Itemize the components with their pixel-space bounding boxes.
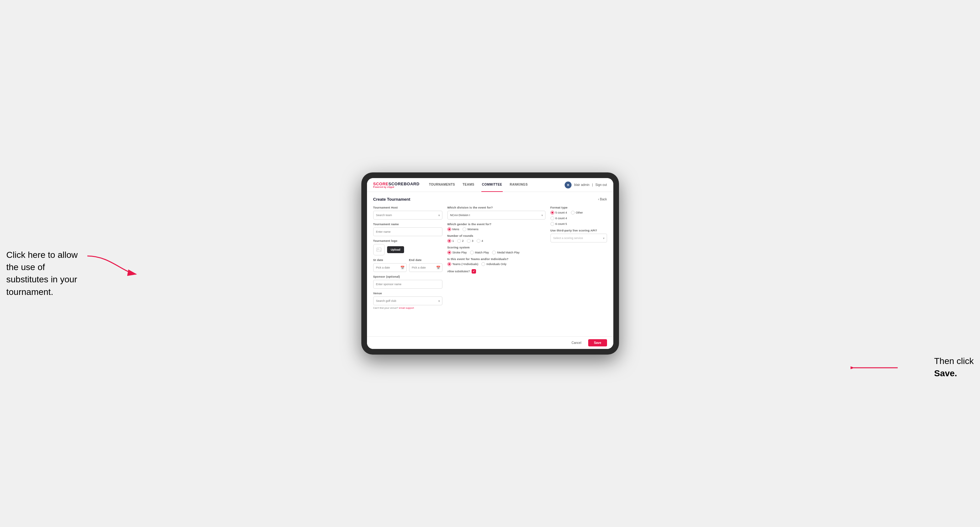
teams-group: Is this event for Teams and/or Individua… <box>447 257 546 266</box>
division-select-wrapper: NCAA Division I <box>447 211 546 219</box>
annotation-left: Click here to allow the use of substitut… <box>6 249 82 298</box>
venue-input-wrapper: ▾ <box>373 297 442 305</box>
rounds-1[interactable]: 1 <box>447 239 454 243</box>
sign-out-link[interactable]: Sign out <box>595 183 607 187</box>
radio-round-4 <box>477 239 480 243</box>
gender-mens[interactable]: Mens <box>447 227 459 231</box>
page-header: Create Tournament ‹ Back <box>373 197 607 202</box>
tournament-logo-group: Tournament logo Upload <box>373 239 442 256</box>
end-date-input-wrapper: 📅 <box>409 263 442 272</box>
format-5count4[interactable]: 5 count 4 <box>550 211 567 214</box>
end-date-label: End date <box>409 259 442 262</box>
venue-label: Venue <box>373 292 442 295</box>
radio-6count5 <box>550 222 554 226</box>
division-select[interactable]: NCAA Division I <box>447 211 546 219</box>
rounds-2[interactable]: 2 <box>457 239 464 243</box>
rounds-3[interactable]: 3 <box>467 239 474 243</box>
nav-item-committee[interactable]: COMMITTEE <box>481 178 503 192</box>
venue-input[interactable] <box>373 297 442 305</box>
check-icon: ✓ <box>473 270 475 273</box>
tournament-host-input-wrapper: ▾ <box>373 211 442 219</box>
scoring-group: Scoring system Stroke Play Match Play <box>447 246 546 254</box>
division-group: Which division is the event for? NCAA Di… <box>447 206 546 219</box>
radio-5count4 <box>550 211 554 214</box>
nav-item-tournaments[interactable]: TOURNAMENTS <box>428 178 456 192</box>
format-other[interactable]: Other <box>571 211 583 214</box>
svg-rect-2 <box>377 248 381 252</box>
logo-scoreboard: SCORESCOREBOARD <box>373 182 420 186</box>
venue-group: Venue ▾ Can't find your venue? email sup… <box>373 292 442 310</box>
tournament-host-group: Tournament Host ▾ <box>373 206 442 219</box>
col-middle: Which division is the event for? NCAA Di… <box>447 206 546 313</box>
nav-item-rankings[interactable]: RANKINGS <box>509 178 528 192</box>
sponsor-label: Sponsor (optional) <box>373 275 442 278</box>
gender-label: Which gender is the event for? <box>447 223 546 226</box>
radio-womens <box>463 227 466 231</box>
tournament-name-label: Tournament name <box>373 223 442 226</box>
save-button[interactable]: Save <box>588 339 607 346</box>
format-6count5[interactable]: 6 count 5 <box>550 222 607 226</box>
teams-plus-individuals[interactable]: Teams (+Individuals) <box>447 262 479 266</box>
venue-help: Can't find your venue? email support <box>373 306 442 310</box>
tablet-frame: SCORESCOREBOARD Powered by clippd TOURNA… <box>361 172 619 355</box>
email-support-link[interactable]: email support <box>399 306 414 310</box>
gender-group: Which gender is the event for? Mens Wome… <box>447 223 546 231</box>
radio-individuals <box>481 262 485 266</box>
radio-match <box>470 251 474 254</box>
format-type-label: Format type <box>550 206 607 209</box>
rounds-group: Number of rounds 1 2 <box>447 234 546 243</box>
start-date-label: St date <box>373 259 407 262</box>
nav-item-teams[interactable]: TEAMS <box>462 178 475 192</box>
radio-other <box>571 211 575 214</box>
scoring-service-select[interactable]: Select a scoring service <box>550 234 607 243</box>
end-date-group: End date 📅 <box>409 259 442 272</box>
form-grid: Tournament Host ▾ Tournament name Tourna… <box>373 206 607 313</box>
scoring-service-wrapper: Select a scoring service <box>550 234 607 243</box>
venue-dropdown-icon: ▾ <box>438 299 440 303</box>
rounds-label: Number of rounds <box>447 234 546 237</box>
scoring-options: Stroke Play Match Play Medal Match Play <box>447 251 546 254</box>
col-right: Format type 5 count 4 Other <box>550 206 607 313</box>
teams-options: Teams (+Individuals) Individuals Only <box>447 262 546 266</box>
user-name: blair admin <box>574 183 589 187</box>
sponsor-input[interactable] <box>373 280 442 289</box>
format-options: 5 count 4 Other 6 count 4 <box>550 211 607 226</box>
format-row-2: 6 count 4 <box>550 216 607 220</box>
tournament-name-group: Tournament name <box>373 223 442 236</box>
radio-round-3 <box>467 239 471 243</box>
tournament-host-input[interactable] <box>373 211 442 219</box>
scoring-api-label: Use third-party live scoring API? <box>550 229 607 232</box>
gender-options: Mens Womens <box>447 227 546 231</box>
scoring-match[interactable]: Match Play <box>470 251 489 254</box>
radio-6count4 <box>550 216 554 220</box>
substitutes-checkbox-label[interactable]: Allow substitutes? ✓ <box>447 269 546 273</box>
date-group: St date 📅 End date 📅 <box>373 259 442 272</box>
cancel-button[interactable]: Cancel <box>568 339 585 346</box>
sponsor-group: Sponsor (optional) <box>373 275 442 289</box>
upload-button[interactable]: Upload <box>387 246 404 253</box>
col-left: Tournament Host ▾ Tournament name Tourna… <box>373 206 442 313</box>
substitutes-label: Allow substitutes? <box>447 270 470 273</box>
logo-powered: Powered by clippd <box>373 186 420 188</box>
scoring-medal[interactable]: Medal Match Play <box>492 251 520 254</box>
nav-user: B blair admin | Sign out <box>565 181 607 189</box>
format-6count4[interactable]: 6 count 4 <box>550 216 607 220</box>
avatar: B <box>565 181 571 189</box>
substitutes-checkbox[interactable]: ✓ <box>472 269 476 273</box>
start-date-input-wrapper: 📅 <box>373 263 407 272</box>
division-label: Which division is the event for? <box>447 206 546 209</box>
radio-medal <box>492 251 496 254</box>
radio-mens <box>447 227 451 231</box>
individuals-only[interactable]: Individuals Only <box>481 262 506 266</box>
logo-upload-area: Upload <box>373 244 442 256</box>
page-title: Create Tournament <box>373 197 410 202</box>
tournament-name-input[interactable] <box>373 227 442 236</box>
navbar: SCORESCOREBOARD Powered by clippd TOURNA… <box>367 178 613 192</box>
back-link[interactable]: ‹ Back <box>598 198 607 201</box>
scoring-stroke[interactable]: Stroke Play <box>447 251 467 254</box>
format-row-1: 5 count 4 Other <box>550 211 607 214</box>
gender-womens[interactable]: Womens <box>463 227 479 231</box>
rounds-4[interactable]: 4 <box>477 239 483 243</box>
format-row-3: 6 count 5 <box>550 222 607 226</box>
date-row: St date 📅 End date 📅 <box>373 259 442 272</box>
